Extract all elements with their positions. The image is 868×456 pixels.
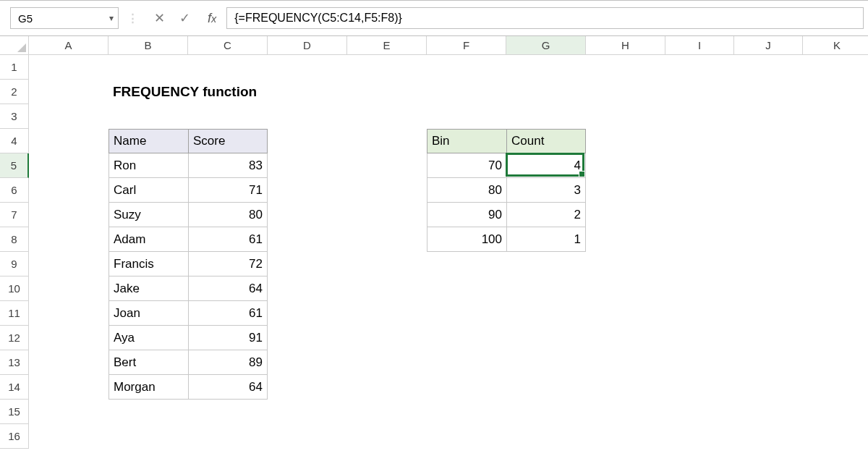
table1-name: Suzy bbox=[109, 203, 188, 227]
row-header[interactable]: 9 bbox=[0, 252, 29, 276]
table1-name: Joan bbox=[109, 301, 188, 326]
row-header[interactable]: 6 bbox=[0, 178, 29, 203]
table1-name: Ron bbox=[109, 153, 188, 178]
select-all-corner[interactable] bbox=[0, 36, 29, 55]
row-header[interactable]: 13 bbox=[0, 350, 29, 375]
table2-count: 4 bbox=[506, 153, 586, 178]
row-headers: 12345678910111213141516 bbox=[0, 55, 29, 449]
formula-bar: G5 ▾ ⋮ ✕ ✓ fx {=FREQUENCY(C5:C14,F5:F8)} bbox=[0, 0, 868, 36]
table2-bin: 90 bbox=[427, 203, 506, 227]
row-header[interactable]: 4 bbox=[0, 129, 29, 153]
table1-name: Carl bbox=[109, 178, 188, 203]
column-header[interactable]: I bbox=[665, 36, 734, 55]
table2-bin: 70 bbox=[427, 153, 506, 178]
column-header[interactable]: C bbox=[188, 36, 268, 55]
column-header[interactable]: F bbox=[427, 36, 506, 55]
table1-score: 91 bbox=[188, 326, 268, 350]
table1-score: 72 bbox=[188, 252, 268, 276]
row-header[interactable]: 2 bbox=[0, 80, 29, 104]
row-header[interactable]: 3 bbox=[0, 104, 29, 129]
formula-input[interactable]: {=FREQUENCY(C5:C14,F5:F8)} bbox=[226, 7, 864, 29]
enter-icon[interactable]: ✓ bbox=[172, 10, 197, 26]
row-header[interactable]: 10 bbox=[0, 276, 29, 301]
column-header[interactable]: D bbox=[268, 36, 347, 55]
table1-score: 61 bbox=[188, 227, 268, 252]
column-header[interactable]: E bbox=[347, 36, 427, 55]
table1-header-name: Name bbox=[109, 129, 188, 153]
table1-name: Jake bbox=[109, 276, 188, 301]
column-header[interactable]: G bbox=[506, 36, 586, 55]
table1-score: 83 bbox=[188, 153, 268, 178]
spreadsheet-grid[interactable]: ABCDEFGHIJK 12345678910111213141516 FREQ… bbox=[0, 36, 868, 456]
column-header[interactable]: B bbox=[109, 36, 188, 55]
table1-score: 61 bbox=[188, 301, 268, 326]
row-header[interactable]: 16 bbox=[0, 424, 29, 449]
row-header[interactable]: 8 bbox=[0, 227, 29, 252]
table2-bin: 80 bbox=[427, 178, 506, 203]
row-header[interactable]: 1 bbox=[0, 55, 29, 80]
column-header[interactable]: H bbox=[586, 36, 665, 55]
table2-count: 3 bbox=[506, 178, 586, 203]
name-box[interactable]: G5 ▾ bbox=[10, 7, 119, 29]
row-header[interactable]: 15 bbox=[0, 400, 29, 424]
table1-score: 89 bbox=[188, 350, 268, 375]
chevron-down-icon[interactable]: ▾ bbox=[109, 13, 114, 23]
fx-icon[interactable]: fx bbox=[197, 11, 226, 26]
table1-header-score: Score bbox=[188, 129, 268, 153]
row-header[interactable]: 12 bbox=[0, 326, 29, 350]
column-headers: ABCDEFGHIJK bbox=[29, 36, 868, 55]
table1-name: Morgan bbox=[109, 375, 188, 400]
cancel-icon[interactable]: ✕ bbox=[147, 10, 172, 26]
name-box-value: G5 bbox=[18, 12, 33, 25]
table2-bin: 100 bbox=[427, 227, 506, 252]
column-header[interactable]: A bbox=[29, 36, 109, 55]
table1-score: 80 bbox=[188, 203, 268, 227]
table1-name: Adam bbox=[109, 227, 188, 252]
table1-score: 64 bbox=[188, 276, 268, 301]
table1-name: Bert bbox=[109, 350, 188, 375]
table2-header-bin: Bin bbox=[427, 129, 506, 153]
column-header[interactable]: J bbox=[734, 36, 803, 55]
separator: ⋮ bbox=[119, 12, 147, 25]
formula-text: {=FREQUENCY(C5:C14,F5:F8)} bbox=[234, 12, 402, 25]
row-header[interactable]: 14 bbox=[0, 375, 29, 400]
page-title: FREQUENCY function bbox=[109, 80, 268, 104]
column-header[interactable]: K bbox=[803, 36, 868, 55]
table1-score: 71 bbox=[188, 178, 268, 203]
table1-name: Francis bbox=[109, 252, 188, 276]
table2-header-count: Count bbox=[506, 129, 586, 153]
table2-count: 2 bbox=[506, 203, 586, 227]
table2-count: 1 bbox=[506, 227, 586, 252]
row-header[interactable]: 5 bbox=[0, 153, 29, 178]
table1-name: Aya bbox=[109, 326, 188, 350]
table1-score: 64 bbox=[188, 375, 268, 400]
row-header[interactable]: 11 bbox=[0, 301, 29, 326]
row-header[interactable]: 7 bbox=[0, 203, 29, 227]
